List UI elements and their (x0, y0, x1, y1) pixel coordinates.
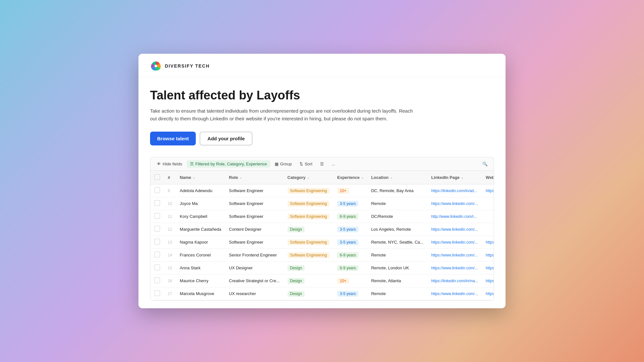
row-website[interactable]: https://adelabs.c... (482, 184, 494, 197)
col-name[interactable]: Name⌄ (176, 171, 225, 184)
row-website[interactable]: https://mmusgroz... (482, 287, 494, 300)
row-name: Nagma Kapoor (176, 236, 225, 249)
row-name: Kory Campbell (176, 210, 225, 223)
row-name: Marcela Musgrove (176, 287, 225, 300)
page-description: Take action to ensure that talented indi… (150, 107, 421, 123)
table-row[interactable]: 13 Nagma Kapoor Software Engineer Softwa… (150, 236, 494, 249)
row-experience: 3-5 years (333, 236, 367, 249)
row-role: Software Engineer (225, 236, 284, 249)
row-role: Senior Frontend Engineer (225, 249, 284, 262)
row-checkbox[interactable] (150, 274, 164, 287)
table-row[interactable]: 16 Maurice Cherry Creative Strategist or… (150, 274, 494, 287)
table-row[interactable]: 12 Marguerite Castañeda Content Designer… (150, 223, 494, 236)
row-linkedin[interactable]: https://www.linkedin.com/... (427, 236, 482, 249)
table-row[interactable]: 11 Kory Campbell Software Engineer Softw… (150, 210, 494, 223)
row-checkbox[interactable] (150, 223, 164, 236)
col-linkedin[interactable]: LinkedIn Page⌄ (427, 171, 482, 184)
row-experience: 3-5 years (333, 287, 367, 300)
table-row[interactable]: 9 Adetola Adewodu Software Engineer Soft… (150, 184, 494, 197)
row-website[interactable]: https://www.Anaz... (482, 262, 494, 274)
row-linkedin[interactable]: https://linkedin.com/in/ma... (427, 274, 482, 287)
row-linkedin[interactable]: https://www.linkedin.com/... (427, 262, 482, 274)
row-category: Software Engineering (284, 210, 334, 223)
table-row[interactable]: 14 Frances Coronel Senior Frontend Engin… (150, 249, 494, 262)
table-header: # Name⌄ Role⌄ Category⌄ Experience⌄ Loca… (150, 171, 494, 184)
more-options-button[interactable]: ... (328, 160, 338, 168)
col-category[interactable]: Category⌄ (284, 171, 334, 184)
row-experience: 6-9 years (333, 210, 367, 223)
search-icon: 🔍 (482, 162, 488, 166)
row-linkedin[interactable]: https://www.linkedin.com/... (427, 223, 482, 236)
group-button[interactable]: ▦ Group (271, 160, 295, 168)
hide-fields-button[interactable]: 👁 Hide fields (154, 160, 185, 168)
row-checkbox[interactable] (150, 197, 164, 210)
row-website[interactable] (482, 197, 494, 210)
row-linkedin[interactable]: https://www.linkedin.com/... (427, 287, 482, 300)
row-location: Remote, NYC, Seattle, Ca... (367, 236, 428, 249)
row-website[interactable]: https://mauricech... (482, 274, 494, 287)
row-website[interactable]: https://nagmakap... (482, 236, 494, 249)
svg-point-0 (155, 65, 157, 67)
row-checkbox[interactable] (150, 262, 164, 274)
browse-talent-button[interactable]: Browse talent (150, 132, 196, 145)
col-num: # (164, 171, 176, 184)
table-row[interactable]: 17 Marcela Musgrove UX researcher Design… (150, 287, 494, 300)
hide-fields-icon: 👁 (157, 162, 161, 166)
row-website[interactable]: https://francesco... (482, 249, 494, 262)
search-button[interactable]: 🔍 (480, 160, 490, 168)
row-location: Remote (367, 197, 428, 210)
row-name: Maurice Cherry (176, 274, 225, 287)
row-website[interactable] (482, 223, 494, 236)
row-category: Design (284, 287, 334, 300)
row-experience: 10+ (333, 184, 367, 197)
main-window: DIVERSIFY TECH Talent affected by Layoff… (138, 54, 506, 309)
row-checkbox[interactable] (150, 236, 164, 249)
row-name: Joyce Ma (176, 197, 225, 210)
row-height-icon: ☰ (320, 162, 324, 166)
filter-button[interactable]: ☴ Filtered by Role, Category, Experience (187, 160, 270, 168)
row-category: Design (284, 262, 334, 274)
col-role[interactable]: Role⌄ (225, 171, 284, 184)
row-checkbox[interactable] (150, 287, 164, 300)
checkbox-header[interactable] (150, 171, 164, 184)
sort-icon: ⇅ (299, 162, 303, 166)
row-experience: 10+ (333, 274, 367, 287)
row-role: UX Designer (225, 262, 284, 274)
sort-button[interactable]: ⇅ Sort (296, 160, 316, 168)
table-row[interactable]: 10 Joyce Ma Software Engineer Software E… (150, 197, 494, 210)
row-number: 13 (164, 236, 176, 249)
row-role: UX researcher (225, 287, 284, 300)
col-location[interactable]: Location⌄ (367, 171, 428, 184)
row-checkbox[interactable] (150, 249, 164, 262)
row-experience: 3-5 years (333, 197, 367, 210)
row-number: 17 (164, 287, 176, 300)
row-category: Design (284, 223, 334, 236)
row-role: Software Engineer (225, 184, 284, 197)
logo-area: DIVERSIFY TECH (150, 60, 494, 72)
row-checkbox[interactable] (150, 210, 164, 223)
col-experience[interactable]: Experience⌄ (333, 171, 367, 184)
row-number: 10 (164, 197, 176, 210)
row-linkedin[interactable]: https://www.linkedin.com/... (427, 197, 482, 210)
row-role: Content Designer (225, 223, 284, 236)
row-height-button[interactable]: ☰ (317, 160, 327, 168)
filter-icon: ☴ (190, 162, 194, 166)
add-profile-button[interactable]: Add your profile (200, 132, 252, 145)
table-row[interactable]: 15 Anna Stark UX Designer Design 6-9 yea… (150, 262, 494, 274)
row-experience: 6-9 years (333, 249, 367, 262)
row-number: 9 (164, 184, 176, 197)
header: DIVERSIFY TECH (138, 54, 506, 77)
row-checkbox[interactable] (150, 184, 164, 197)
row-category: Software Engineering (284, 249, 334, 262)
row-linkedin[interactable]: http://www.linkedin.com/i... (427, 210, 482, 223)
talent-table: # Name⌄ Role⌄ Category⌄ Experience⌄ Loca… (150, 171, 494, 301)
row-name: Marguerite Castañeda (176, 223, 225, 236)
row-category: Design (284, 274, 334, 287)
row-website[interactable] (482, 210, 494, 223)
row-category: Software Engineering (284, 184, 334, 197)
main-content: Talent affected by Layoffs Take action t… (138, 77, 506, 309)
row-location: Remote, Atlanta (367, 274, 428, 287)
row-number: 14 (164, 249, 176, 262)
row-linkedin[interactable]: https://linkedin.com/in/ad... (427, 184, 482, 197)
row-linkedin[interactable]: https://www.linkedin.com/... (427, 249, 482, 262)
